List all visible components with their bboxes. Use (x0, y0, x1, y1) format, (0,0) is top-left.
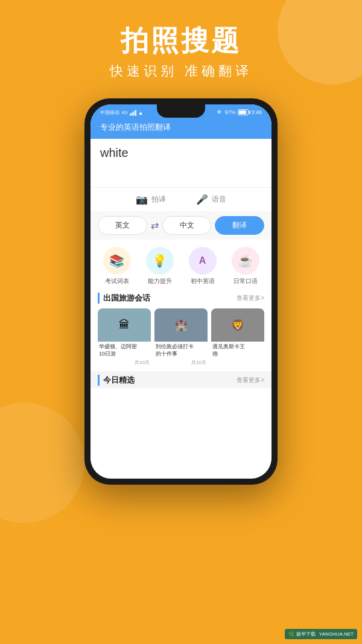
lang-to-btn[interactable]: 中文 (162, 216, 212, 235)
card-3-meta (211, 358, 264, 361)
signal-bar-2 (132, 112, 133, 116)
phone-screen: 中国移动 4G ▲ 👁 97% 3:46 (91, 104, 272, 479)
card-1-meta: 共10天 (98, 358, 151, 368)
voice-label: 语音 (212, 194, 226, 205)
ability-label: 能力提升 (148, 277, 172, 285)
vocab-label: 考试词表 (105, 277, 129, 285)
signal-bars (130, 110, 136, 116)
signal-bar-4 (135, 110, 136, 116)
battery-text: 97% (224, 109, 235, 115)
header-section: 拍照搜题 快速识别 准确翻译 (0, 0, 362, 80)
middle-icon-circle: A (189, 247, 217, 275)
ability-icon: 💡 (152, 253, 167, 268)
signal-bar-1 (130, 113, 131, 116)
main-title: 拍照搜题 (0, 24, 362, 57)
phone-wrapper: 中国移动 4G ▲ 👁 97% 3:46 (0, 98, 362, 485)
middle-label: 初中英语 (191, 277, 215, 285)
feature-middle[interactable]: A 初中英语 (189, 247, 217, 285)
watermark: 🌿 扬华下载 YANGHUA.NET (285, 629, 357, 639)
app-header: 专业的英语拍照翻译 (91, 117, 272, 139)
signal-text: 4G (121, 110, 128, 115)
picks-title: 今日精选 (98, 375, 135, 386)
translate-btn[interactable]: 翻译 (215, 216, 264, 235)
ability-icon-circle: 💡 (146, 247, 174, 275)
search-area[interactable]: white (91, 139, 272, 187)
daily-icon: ☕ (238, 253, 253, 268)
camera-icon: 📷 (136, 194, 148, 205)
card-3-image: 🦁 (211, 308, 264, 342)
feature-vocab[interactable]: 📚 考试词表 (103, 247, 131, 285)
feature-daily[interactable]: ☕ 日常口语 (232, 247, 259, 285)
vocab-icon: 📚 (109, 253, 124, 268)
phone-notch (157, 104, 205, 118)
battery-icon (238, 109, 249, 115)
search-input-display[interactable]: white (100, 146, 262, 160)
voice-action-btn[interactable]: 🎤 语音 (196, 194, 226, 205)
signal-bar-3 (133, 111, 135, 116)
eye-icon: 👁 (217, 109, 222, 115)
watermark-icon: 🌿 (288, 631, 294, 637)
travel-card-1[interactable]: 🏛 华盛顿、迈阿密10日游 共10天 (98, 308, 151, 367)
travel-section-more[interactable]: 查看更多> (237, 294, 264, 302)
carrier-text: 中国移动 (100, 109, 119, 116)
feature-ability[interactable]: 💡 能力提升 (146, 247, 174, 285)
travel-card-2[interactable]: 🏰 到伦敦必须打卡的十件事 共10天 (154, 308, 208, 367)
card-2-title: 到伦敦必须打卡的十件事 (154, 342, 208, 357)
card-1-image: 🏛 (98, 308, 151, 342)
travel-section-title: 出国旅游会话 (98, 293, 150, 304)
card-1-image-icon: 🏛 (119, 319, 130, 331)
status-right: 👁 97% 3:46 (217, 109, 262, 115)
card-3-title: 遇见奥斯卡王德 (211, 342, 264, 357)
sub-title: 快速识别 准确翻译 (0, 62, 362, 80)
card-1-title: 华盛顿、迈阿密10日游 (98, 342, 151, 357)
travel-section-header: 出国旅游会话 查看更多> (91, 289, 272, 306)
card-2-image-icon: 🏰 (174, 319, 188, 332)
app-header-text: 专业的英语拍照翻译 (100, 123, 171, 132)
battery-fill (239, 110, 246, 114)
features-section: 📚 考试词表 💡 能力提升 A 初中英语 (91, 240, 272, 289)
photo-label: 拍译 (151, 194, 166, 205)
lang-from-btn[interactable]: 英文 (98, 216, 147, 235)
daily-icon-circle: ☕ (232, 247, 259, 275)
translate-bar: 英文 ⇄ 中文 翻译 (91, 211, 272, 240)
travel-card-3[interactable]: 🦁 遇见奥斯卡王德 (211, 308, 264, 367)
travel-cards-row: 🏛 华盛顿、迈阿密10日游 共10天 🏰 到伦敦必须打卡的十件事 共10天 🦁 (91, 306, 272, 371)
picks-more[interactable]: 查看更多> (237, 376, 264, 384)
status-left: 中国移动 4G ▲ (100, 108, 144, 116)
card-2-image: 🏰 (154, 308, 208, 342)
swap-icon[interactable]: ⇄ (151, 220, 159, 231)
action-bar: 📷 拍译 🎤 语音 (91, 187, 272, 211)
picks-section: 今日精选 查看更多> (91, 371, 272, 388)
wifi-icon: ▲ (138, 110, 144, 116)
card-2-meta: 共10天 (154, 358, 208, 368)
watermark-site: 扬华下载 (296, 631, 316, 637)
time-display: 3:46 (251, 109, 262, 115)
vocab-icon-circle: 📚 (103, 247, 131, 275)
phone-mockup: 中国移动 4G ▲ 👁 97% 3:46 (84, 98, 278, 485)
photo-action-btn[interactable]: 📷 拍译 (136, 194, 166, 205)
daily-label: 日常口语 (233, 277, 258, 285)
card-3-image-icon: 🦁 (231, 319, 244, 332)
microphone-icon: 🎤 (196, 194, 208, 205)
middle-icon: A (199, 255, 206, 266)
watermark-url: YANGHUA.NET (319, 631, 354, 637)
